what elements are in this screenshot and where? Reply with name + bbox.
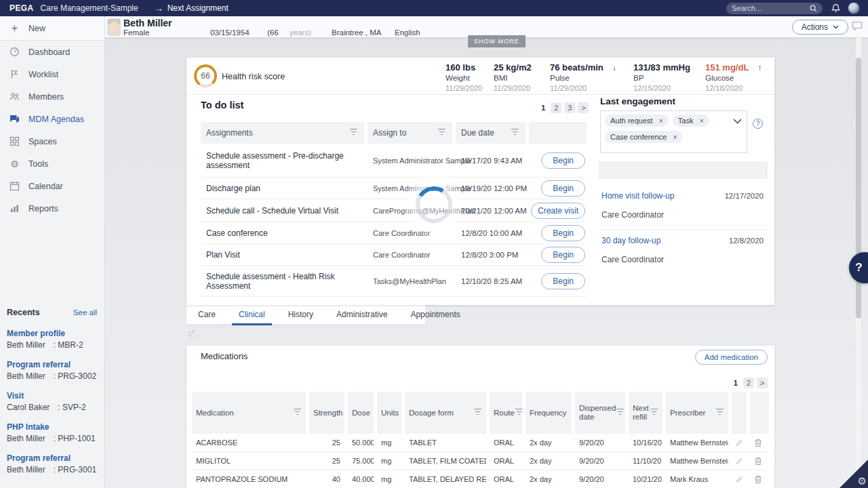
page-button[interactable]: 2 xyxy=(743,378,754,388)
user-avatar[interactable] xyxy=(848,2,860,14)
recents-title: Recents xyxy=(7,308,40,317)
recent-item[interactable]: Program referral Beth Miller: PRG-3002 xyxy=(7,360,97,381)
page-current[interactable]: 1 xyxy=(538,104,548,112)
todo-column-assignments[interactable]: Assignments xyxy=(201,122,364,144)
todo-row: Schedule assessment - Health Risk Assess… xyxy=(201,266,587,297)
recent-item-type[interactable]: Visit xyxy=(7,391,97,401)
sidebar-item-spaces[interactable]: Spaces xyxy=(0,130,104,152)
page-button[interactable]: > xyxy=(578,102,589,113)
med-column-dispensed-date[interactable]: Dispensed date xyxy=(575,392,625,434)
feedback-bubble-icon[interactable] xyxy=(852,21,863,31)
filter-icon[interactable] xyxy=(293,408,302,418)
app-window: PEGA Care Management-Sample → Next Assig… xyxy=(0,0,868,488)
edit-pencil-icon[interactable] xyxy=(732,439,747,447)
recent-item[interactable]: Program referral Beth Miller: PRG-3001 xyxy=(7,453,97,474)
todo-column-due-date[interactable]: Due date xyxy=(456,122,526,144)
page-button[interactable]: 3 xyxy=(564,102,575,113)
remove-tag-icon[interactable]: × xyxy=(658,117,663,125)
tab-clinical[interactable]: Clinical xyxy=(227,305,277,324)
filter-icon[interactable] xyxy=(616,408,625,418)
sidebar-item-mdm-agendas[interactable]: MDM Agendas xyxy=(0,108,104,130)
tab-care[interactable]: Care xyxy=(186,305,227,324)
begin-button[interactable]: Begin xyxy=(541,273,585,289)
sidebar-item-calendar[interactable]: Calendar xyxy=(0,175,104,197)
add-medication-button[interactable]: Add medication xyxy=(695,350,768,365)
notifications-bell-icon[interactable] xyxy=(831,3,840,13)
filter-icon[interactable] xyxy=(349,128,358,138)
med-column-dosage-form[interactable]: Dosage form xyxy=(405,392,486,434)
med-column-dose[interactable]: Dose xyxy=(348,392,374,434)
small-loading-spinner xyxy=(187,329,199,342)
todo-pagination: 123> xyxy=(538,102,589,113)
todo-column-assign-to[interactable]: Assign to xyxy=(368,122,452,144)
recent-item[interactable]: Member profile Beth Miller: MBR-2 xyxy=(7,329,97,350)
filter-icon[interactable] xyxy=(473,408,482,418)
recent-item-type[interactable]: Program referral xyxy=(7,453,97,463)
delete-trash-icon[interactable] xyxy=(750,475,766,484)
create-visit-button[interactable]: Create visit xyxy=(531,203,585,219)
filter-icon[interactable] xyxy=(511,128,519,138)
filter-tag[interactable]: Auth request× xyxy=(605,115,669,127)
begin-button[interactable]: Begin xyxy=(541,225,585,241)
recent-item[interactable]: Visit Carol Baker: SVP-2 xyxy=(7,391,97,412)
sidebar-item-tools[interactable]: ⚙ Tools xyxy=(0,152,104,175)
show-more-button[interactable]: SHOW MORE xyxy=(468,35,526,47)
sidebar-item-reports[interactable]: Reports xyxy=(0,197,104,220)
filter-tag[interactable]: Case conference× xyxy=(605,131,683,143)
patient-location: Braintree , MA xyxy=(332,28,395,37)
sidebar-item-worklist[interactable]: Worklist xyxy=(0,63,104,85)
med-column-frequency[interactable]: Frequency xyxy=(526,392,572,434)
filter-icon[interactable] xyxy=(715,408,724,418)
search-input[interactable]: Search... xyxy=(726,3,823,14)
delete-trash-icon[interactable] xyxy=(750,439,766,447)
begin-button[interactable]: Begin xyxy=(541,247,585,263)
gauge-icon xyxy=(9,47,20,57)
page-current[interactable]: 1 xyxy=(731,379,741,387)
edit-pencil-icon[interactable] xyxy=(732,457,747,466)
todo-row: Discharge plan System Administrator Samp… xyxy=(201,178,587,199)
filter-icon[interactable] xyxy=(515,408,524,418)
remove-tag-icon[interactable]: × xyxy=(699,117,703,125)
delete-trash-icon[interactable] xyxy=(750,457,766,466)
begin-button[interactable]: Begin xyxy=(541,152,585,169)
recent-item-type[interactable]: Program referral xyxy=(7,360,97,369)
calendar-icon xyxy=(9,181,20,191)
begin-button[interactable]: Begin xyxy=(541,180,585,197)
med-strength-cell: 40 xyxy=(309,475,344,483)
med-column-units[interactable]: Units xyxy=(377,392,401,434)
med-column-prescriber[interactable]: Prescriber xyxy=(666,392,728,434)
next-assignment-link[interactable]: → Next Assignment xyxy=(155,3,229,14)
last-engagement-panel: Last engagement Auth request× Task× Case… xyxy=(599,58,768,305)
actions-button[interactable]: Actions xyxy=(792,20,848,35)
sidebar-item-dashboard[interactable]: Dashboard xyxy=(0,41,104,63)
sidebar-item-members[interactable]: Members xyxy=(0,85,104,108)
med-column-next-refill[interactable]: Next refill xyxy=(629,392,663,434)
recent-item[interactable]: PHP Intake Beth Miller: PHP-1001 xyxy=(7,422,97,443)
help-question-icon[interactable]: ? xyxy=(753,119,763,129)
tab-appointments[interactable]: Appointments xyxy=(399,305,471,324)
engagement-link[interactable]: Home visit follow-up xyxy=(601,191,674,201)
edit-pencil-icon[interactable] xyxy=(732,475,747,484)
med-column-strength[interactable]: Strength xyxy=(309,392,344,434)
engagement-section-strip xyxy=(599,161,768,179)
patient-photo[interactable] xyxy=(107,18,121,36)
see-all-link[interactable]: See all xyxy=(73,308,97,317)
tab-history[interactable]: History xyxy=(277,305,325,324)
engagement-filter-multiselect[interactable]: Auth request× Task× Case conference× xyxy=(600,110,747,153)
tab-administrative[interactable]: Administrative xyxy=(325,305,399,324)
filter-icon[interactable] xyxy=(437,128,446,138)
pega-logo[interactable]: PEGA xyxy=(9,3,34,13)
page-button[interactable]: 2 xyxy=(551,102,561,113)
chevron-down-icon[interactable] xyxy=(733,119,742,124)
engagement-link[interactable]: 30 day follow-up xyxy=(601,236,660,245)
page-button[interactable]: > xyxy=(757,378,768,388)
med-form-cell: TABLET, FILM COATED xyxy=(405,457,486,465)
recent-item-type[interactable]: Member profile xyxy=(7,329,97,338)
new-button[interactable]: + New xyxy=(0,16,104,41)
filter-icon[interactable] xyxy=(650,408,658,418)
med-column-route[interactable]: Route xyxy=(490,392,522,434)
med-column-medication[interactable]: Medication xyxy=(192,392,306,434)
recent-item-type[interactable]: PHP Intake xyxy=(7,422,97,432)
filter-tag[interactable]: Task× xyxy=(673,115,709,127)
remove-tag-icon[interactable]: × xyxy=(673,133,677,141)
